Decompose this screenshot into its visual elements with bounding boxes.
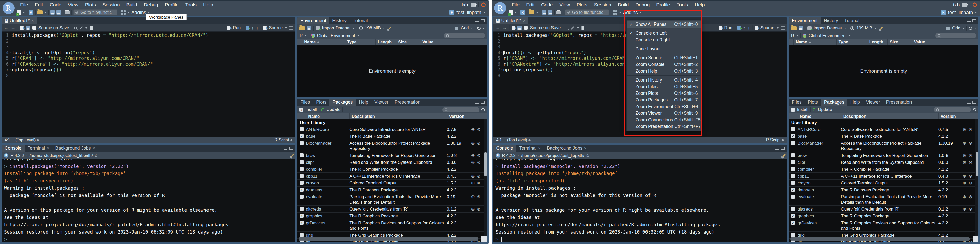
tab-background-jobs[interactable]: Background Jobs× — [544, 145, 590, 152]
goto-file-function-input[interactable]: Go to file/functic — [73, 10, 117, 15]
chevron-down-icon[interactable] — [619, 12, 621, 13]
maximize-icon[interactable] — [289, 147, 293, 150]
sign-out-icon[interactable] — [471, 3, 476, 7]
compile-report-icon[interactable] — [90, 26, 92, 30]
menu-tools[interactable]: Tools — [182, 2, 200, 8]
package-name-link[interactable]: clipr — [797, 160, 841, 165]
update-button[interactable]: Update — [818, 107, 832, 112]
tab-plots[interactable]: Plots — [805, 99, 821, 106]
package-website-icon[interactable]: ⊕ — [471, 140, 475, 146]
tab-packages[interactable]: Packages — [821, 99, 847, 106]
fold-marker-icon[interactable] — [9, 52, 11, 53]
clear-environment-icon[interactable] — [880, 26, 883, 30]
package-checkbox[interactable]: ✓ — [300, 214, 304, 218]
tab-untitled1[interactable]: Untitled1* × — [493, 18, 528, 24]
compile-report-icon[interactable] — [581, 26, 584, 30]
workspace-panes-icon[interactable] — [121, 11, 126, 14]
column-header-name[interactable]: Name — [794, 39, 837, 45]
addins-button[interactable]: Addins — [131, 10, 146, 15]
package-name-link[interactable]: BiocManager — [306, 140, 349, 146]
save-icon[interactable] — [517, 26, 522, 30]
menu-item-zoom-environment[interactable]: Zoom EnvironmentCtrl+Shift+8 — [627, 103, 701, 110]
tab-files[interactable]: Files — [789, 99, 805, 106]
chevron-down-icon[interactable] — [484, 12, 485, 13]
menu-build[interactable]: Build — [123, 2, 140, 8]
memory-usage-label[interactable]: 198 MiB — [365, 26, 381, 31]
environment-scope-selector[interactable]: Global Environment — [808, 33, 846, 38]
document-outline-icon[interactable] — [289, 26, 293, 30]
package-checkbox[interactable] — [300, 207, 304, 211]
chevron-down-icon[interactable] — [776, 27, 779, 29]
package-name-link[interactable]: compiler — [797, 167, 841, 172]
column-header-length[interactable]: Length — [375, 39, 396, 45]
package-website-icon[interactable]: ⊕ — [471, 127, 475, 132]
home-icon[interactable]: ⌂ — [587, 153, 589, 158]
menu-profile[interactable]: Profile — [162, 2, 182, 8]
new-project-icon[interactable]: R — [520, 10, 525, 15]
source-button[interactable]: Source — [269, 25, 283, 30]
package-name-link[interactable]: compiler — [306, 167, 349, 172]
open-file-icon[interactable] — [37, 11, 43, 14]
menu-edit[interactable]: Edit — [32, 2, 46, 8]
show-in-window-icon[interactable] — [20, 26, 24, 30]
sign-out-icon[interactable] — [962, 3, 967, 7]
tab-environment[interactable]: Environment — [789, 18, 821, 24]
horizontal-scrollbar[interactable] — [299, 237, 478, 241]
menu-session[interactable]: Session — [590, 2, 614, 8]
menu-help[interactable]: Help — [200, 2, 216, 8]
menu-item-zoom-plots[interactable]: Zoom PlotsCtrl+Shift+6 — [627, 90, 701, 97]
menu-debug[interactable]: Debug — [632, 2, 653, 8]
save-workspace-icon[interactable] — [307, 26, 311, 30]
run-button[interactable]: Run — [233, 25, 241, 30]
column-header-type[interactable]: Type — [837, 39, 867, 45]
new-project-icon[interactable]: R — [29, 10, 33, 15]
menu-item-zoom-presentation[interactable]: Zoom PresentationCtrl+Shift+F7 — [627, 123, 701, 130]
console-output[interactable]: Perhaps you meant ‘GOplot’ ?> install.pa… — [493, 159, 787, 242]
package-name-link[interactable]: datasets — [797, 187, 841, 193]
package-website-icon[interactable]: ⊕ — [963, 206, 966, 212]
remove-package-icon[interactable]: ⊗ — [477, 160, 480, 165]
column-header-version[interactable]: Version — [447, 113, 471, 119]
package-checkbox[interactable]: ✓ — [791, 188, 795, 191]
column-header-name[interactable]: Name — [306, 113, 349, 119]
maximize-icon[interactable] — [481, 19, 485, 22]
new-file-icon[interactable] — [509, 10, 512, 15]
tab-presentation[interactable]: Presentation — [391, 99, 423, 106]
source-button[interactable]: Source — [760, 25, 774, 30]
package-name-link[interactable]: graphics — [797, 213, 841, 219]
package-website-icon[interactable]: ⊕ — [963, 153, 966, 158]
install-button[interactable]: Install — [305, 107, 317, 112]
tab-environment[interactable]: Environment — [297, 18, 329, 24]
package-checkbox[interactable] — [791, 233, 795, 237]
column-header-value[interactable]: Value — [420, 39, 487, 45]
package-checkbox[interactable] — [300, 141, 304, 145]
chevron-down-icon[interactable] — [148, 12, 150, 13]
remove-package-icon[interactable]: ⊗ — [477, 194, 480, 199]
chevron-down-icon[interactable] — [849, 35, 851, 36]
tab-history[interactable]: History — [821, 18, 841, 24]
save-icon[interactable] — [542, 10, 546, 14]
package-website-icon[interactable]: ⊕ — [471, 153, 475, 158]
package-website-icon[interactable]: ⊕ — [471, 194, 475, 199]
package-checkbox[interactable]: ✓ — [791, 214, 795, 218]
minimize-icon[interactable] — [967, 101, 970, 104]
column-header-description[interactable]: Description — [349, 113, 447, 119]
load-workspace-icon[interactable] — [791, 26, 797, 30]
run-previous-icon[interactable]: ↑ — [743, 26, 745, 30]
chevron-down-icon[interactable] — [974, 27, 976, 29]
menu-item-pane-layout-[interactable]: Pane Layout... — [627, 45, 701, 52]
menu-item-zoom-source[interactable]: Zoom SourceCtrl+Shift+1 — [627, 54, 701, 61]
vertical-scrollbar[interactable] — [484, 119, 487, 242]
menu-file[interactable]: File — [509, 2, 523, 8]
chevron-down-icon[interactable] — [483, 27, 485, 29]
package-checkbox[interactable] — [791, 181, 795, 185]
minimize-icon[interactable] — [967, 19, 970, 22]
column-header-name[interactable]: Name — [302, 39, 345, 45]
package-website-icon[interactable]: ⊕ — [963, 140, 966, 146]
menu-item-console-on-right[interactable]: Console on Right — [627, 37, 701, 43]
environment-search-input[interactable] — [935, 33, 976, 38]
column-header-type[interactable]: Type — [345, 39, 375, 45]
install-button[interactable]: Install — [797, 107, 808, 112]
column-header-value[interactable]: Value — [912, 39, 978, 45]
back-icon[interactable]: ← — [495, 26, 500, 30]
